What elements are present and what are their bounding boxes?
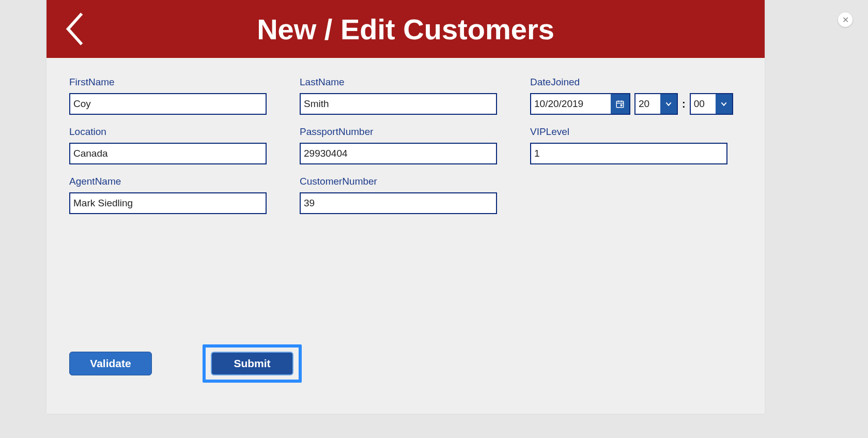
form-row-1: FirstName LastName DateJoined (69, 77, 744, 115)
field-firstname: FirstName (69, 77, 267, 115)
input-firstname[interactable] (69, 93, 267, 115)
minute-dropdown[interactable]: 00 (690, 93, 733, 115)
label-agentname: AgentName (69, 176, 267, 187)
calendar-icon (615, 99, 625, 109)
datejoined-group: 20 : 00 (530, 93, 727, 115)
form-row-3: AgentName CustomerNumber (69, 176, 744, 214)
label-lastname: LastName (300, 77, 497, 88)
minute-dropdown-button[interactable] (716, 94, 732, 114)
input-agentname[interactable] (69, 192, 267, 214)
field-location: Location (69, 126, 267, 164)
label-viplevel: VIPLevel (530, 126, 727, 138)
field-passportnumber: PassportNumber (300, 126, 497, 164)
label-passportnumber: PassportNumber (300, 126, 497, 138)
input-lastname[interactable] (300, 93, 497, 115)
form-panel: New / Edit Customers FirstName LastName … (47, 0, 765, 414)
field-lastname: LastName (300, 77, 497, 115)
svg-rect-0 (616, 101, 624, 108)
label-firstname: FirstName (69, 77, 267, 88)
calendar-button[interactable] (611, 94, 629, 114)
date-input-box (530, 93, 630, 115)
input-date[interactable] (531, 94, 611, 114)
submit-focus-ring: Submit (203, 344, 302, 383)
hour-dropdown[interactable]: 20 (634, 93, 678, 115)
chevron-down-icon (664, 100, 673, 108)
time-separator: : (682, 98, 686, 110)
button-bar: Validate Submit (69, 344, 302, 383)
hour-value: 20 (636, 98, 660, 110)
close-button[interactable]: ✕ (838, 12, 853, 27)
field-datejoined: DateJoined (530, 77, 727, 115)
input-customernumber[interactable] (300, 192, 497, 214)
hour-dropdown-button[interactable] (660, 94, 677, 114)
label-location: Location (69, 126, 267, 138)
input-location[interactable] (69, 143, 267, 164)
svg-rect-4 (621, 104, 623, 107)
input-passportnumber[interactable] (300, 143, 497, 164)
validate-button[interactable]: Validate (69, 352, 152, 375)
input-viplevel[interactable] (530, 143, 727, 164)
form-area: FirstName LastName DateJoined (47, 58, 765, 214)
back-button[interactable] (64, 11, 84, 47)
header-bar: New / Edit Customers (47, 0, 765, 58)
page-title: New / Edit Customers (47, 12, 765, 46)
field-agentname: AgentName (69, 176, 267, 214)
chevron-left-icon (64, 11, 84, 47)
close-icon: ✕ (842, 15, 849, 25)
label-customernumber: CustomerNumber (300, 176, 497, 187)
chevron-down-icon (720, 100, 728, 108)
minute-value: 00 (691, 98, 716, 110)
label-datejoined: DateJoined (530, 77, 727, 88)
field-viplevel: VIPLevel (530, 126, 727, 164)
field-customernumber: CustomerNumber (300, 176, 497, 214)
form-row-2: Location PassportNumber VIPLevel (69, 126, 744, 164)
submit-button[interactable]: Submit (211, 352, 293, 375)
